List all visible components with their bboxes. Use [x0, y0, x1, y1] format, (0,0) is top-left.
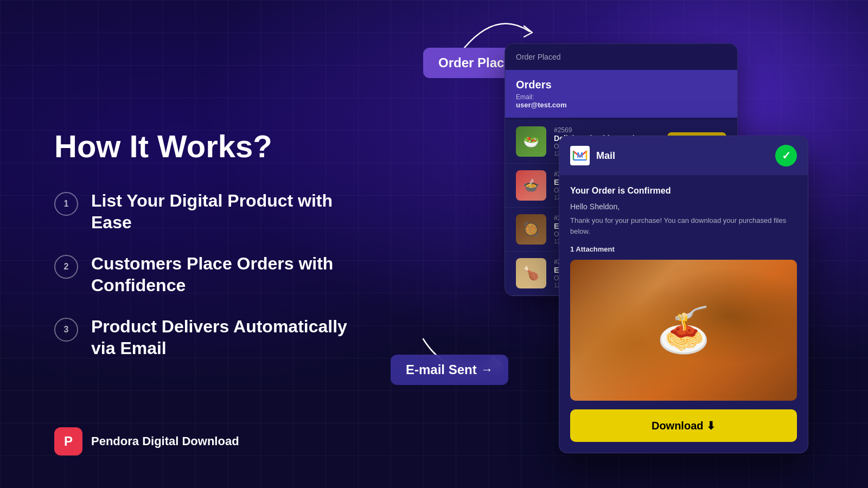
- mail-panel: M Mail ✓ Your Order is Confirmed Hello S…: [559, 136, 808, 453]
- pasta-image: 🍝: [570, 260, 797, 401]
- left-panel: How It Works? 1 List Your Digital Produc…: [0, 0, 407, 488]
- brand-footer: P Pendora Digital Download: [54, 427, 239, 455]
- mail-greeting: Hello Sheldon,: [570, 202, 797, 211]
- mail-header: M Mail ✓: [559, 136, 808, 175]
- brand-logo: P: [54, 427, 82, 455]
- orders-title: Orders: [516, 79, 726, 91]
- gmail-icon: M: [570, 146, 590, 165]
- step-2: 2 Customers Place Orders with Confidence: [54, 253, 363, 296]
- email-sent-label: E-mail Sent →: [391, 355, 508, 385]
- email-sent-text: E-mail Sent: [406, 362, 477, 377]
- order-img-1: 🥗: [516, 126, 546, 157]
- svg-text:M: M: [577, 151, 583, 159]
- mail-header-left: M Mail: [570, 146, 615, 165]
- pasta-emoji: 🍝: [570, 260, 797, 401]
- email-label: Email:: [516, 93, 726, 101]
- email-value: user@test.com: [516, 101, 726, 109]
- food-icon-4: 🍗: [516, 258, 546, 288]
- food-icon-2: 🍲: [516, 170, 546, 201]
- step-1: 1 List Your Digital Product with Ease: [54, 190, 363, 233]
- step-3: 3 Product Delivers Automatically via Ema…: [54, 316, 363, 359]
- food-icon-1: 🥗: [516, 126, 546, 157]
- mail-body: Your Order is Confirmed Hello Sheldon, T…: [559, 175, 808, 453]
- brand-name: Pendora Digital Download: [91, 434, 239, 448]
- orders-section-title: Orders Email: user@test.com: [505, 70, 737, 118]
- main-title: How It Works?: [54, 129, 363, 164]
- mail-download-button[interactable]: Download ⬇: [570, 409, 797, 442]
- step-2-number: 2: [54, 255, 78, 279]
- right-panel: Order Placed Order Placed Orders Email: …: [380, 0, 868, 488]
- orders-panel-header: Order Placed: [505, 44, 737, 70]
- mail-subject: Your Order is Confirmed: [570, 186, 797, 196]
- steps-list: 1 List Your Digital Product with Ease 2 …: [54, 190, 363, 359]
- step-3-text: Product Delivers Automatically via Email: [91, 316, 363, 359]
- mail-attachment-label: 1 Attachment: [570, 245, 797, 253]
- check-icon: ✓: [775, 145, 797, 166]
- order-img-3: 🥘: [516, 214, 546, 245]
- step-1-text: List Your Digital Product with Ease: [91, 190, 363, 233]
- step-1-number: 1: [54, 192, 78, 216]
- mail-attachment-image: 🍝: [570, 260, 797, 401]
- step-2-text: Customers Place Orders with Confidence: [91, 253, 363, 296]
- order-img-4: 🍗: [516, 258, 546, 288]
- order-id-1: #2569: [554, 126, 660, 134]
- step-3-number: 3: [54, 318, 78, 342]
- mail-app-label: Mail: [596, 150, 615, 162]
- order-img-2: 🍲: [516, 170, 546, 201]
- food-icon-3: 🥘: [516, 214, 546, 245]
- email-sent-arrow-icon: →: [481, 363, 493, 377]
- mail-body-text: Thank you for your purchase! You can dow…: [570, 215, 797, 236]
